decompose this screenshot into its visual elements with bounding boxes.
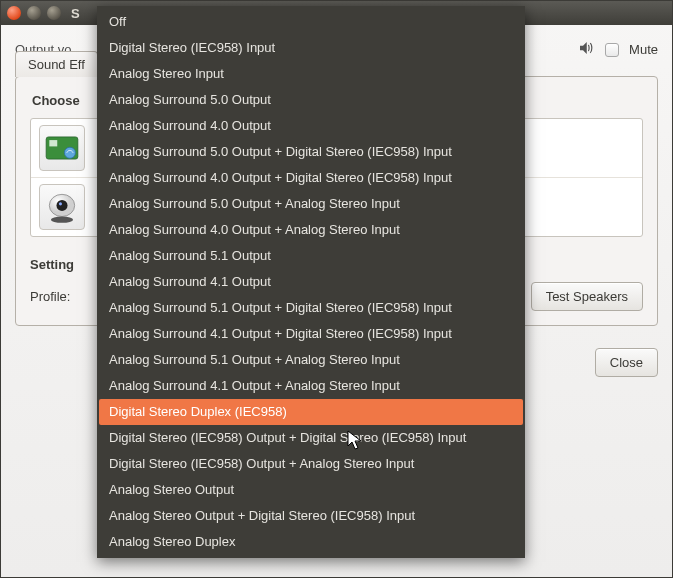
svg-point-5 [59, 202, 62, 205]
profile-option[interactable]: Analog Stereo Duplex [99, 529, 523, 555]
profile-option[interactable]: Analog Surround 5.1 Output + Analog Ster… [99, 347, 523, 373]
settings-label: Setting [30, 257, 74, 272]
mute-label: Mute [629, 42, 658, 57]
tab-sound-effects[interactable]: Sound Eff [15, 51, 98, 77]
close-button[interactable]: Close [595, 348, 658, 377]
svg-point-2 [64, 147, 75, 158]
profile-option[interactable]: Off [99, 9, 523, 35]
sound-settings-window: S Output vo Mute Sound Eff Choose [0, 0, 673, 578]
profile-option[interactable]: Analog Surround 5.1 Output + Digital Ste… [99, 295, 523, 321]
window-close-button[interactable] [7, 6, 21, 20]
profile-option[interactable]: Analog Stereo Output + Digital Stereo (I… [99, 503, 523, 529]
profile-option[interactable]: Digital Stereo Duplex (IEC958) [99, 399, 523, 425]
profile-option[interactable]: Analog Surround 5.0 Output [99, 87, 523, 113]
webcam-icon [39, 184, 85, 230]
window-minimize-button[interactable] [27, 6, 41, 20]
window-maximize-button[interactable] [47, 6, 61, 20]
svg-point-4 [56, 200, 67, 211]
audio-card-icon [39, 125, 85, 171]
profile-option[interactable]: Analog Surround 4.0 Output [99, 113, 523, 139]
speaker-icon [577, 39, 595, 60]
profile-dropdown-menu[interactable]: OffDigital Stereo (IEC958) InputAnalog S… [97, 6, 525, 558]
profile-option[interactable]: Analog Surround 5.1 Output [99, 243, 523, 269]
profile-option[interactable]: Analog Stereo Output [99, 477, 523, 503]
profile-option[interactable]: Analog Surround 5.0 Output + Analog Ster… [99, 191, 523, 217]
profile-option[interactable]: Digital Stereo (IEC958) Input [99, 35, 523, 61]
profile-option[interactable]: Analog Stereo Input [99, 61, 523, 87]
profile-option[interactable]: Analog Surround 4.1 Output [99, 269, 523, 295]
profile-option[interactable]: Digital Stereo (IEC958) Output + Analog … [99, 451, 523, 477]
profile-option[interactable]: Analog Surround 4.0 Output + Digital Ste… [99, 165, 523, 191]
profile-label: Profile: [30, 289, 70, 304]
profile-option[interactable]: Analog Surround 4.1 Output + Analog Ster… [99, 373, 523, 399]
svg-rect-1 [49, 140, 57, 146]
profile-option[interactable]: Digital Stereo (IEC958) Output + Digital… [99, 425, 523, 451]
mute-checkbox[interactable] [605, 43, 619, 57]
profile-option[interactable]: Analog Surround 5.0 Output + Digital Ste… [99, 139, 523, 165]
window-title: S [71, 6, 80, 21]
profile-option[interactable]: Analog Surround 4.0 Output + Analog Ster… [99, 217, 523, 243]
svg-point-6 [51, 217, 73, 223]
profile-option[interactable]: Analog Surround 4.1 Output + Digital Ste… [99, 321, 523, 347]
test-speakers-button[interactable]: Test Speakers [531, 282, 643, 311]
